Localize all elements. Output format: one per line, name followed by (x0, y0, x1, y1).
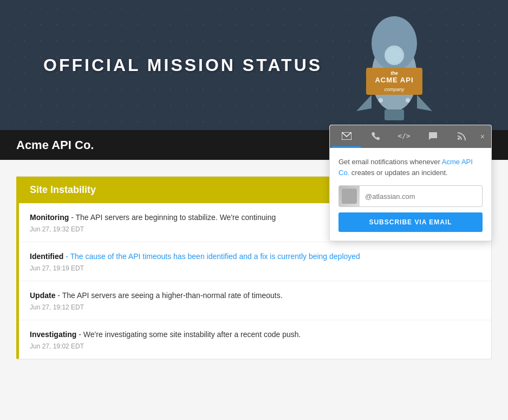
timestamp-update: Jun 27, 19:12 EDT (30, 303, 480, 311)
svg-marker-7 (417, 95, 432, 111)
svg-point-11 (379, 98, 383, 102)
incident-entry-text-identified: Identified - The cause of the API timeou… (30, 251, 480, 262)
tab-slack[interactable] (418, 125, 447, 148)
hero-banner: OFFICIAL MISSION STATUS the ACME API com… (0, 0, 508, 130)
entry-text-investigating: - We're investigating some site instabil… (76, 330, 301, 339)
svg-marker-6 (356, 95, 372, 111)
incident-title: Site Instability (30, 184, 96, 195)
incident-entry-text-update: Update - The API servers are seeing a hi… (30, 290, 480, 301)
tab-rss[interactable] (447, 125, 476, 148)
tab-phone[interactable] (361, 125, 389, 148)
email-input-row (338, 185, 483, 207)
avatar-image (342, 189, 357, 204)
status-monitoring: Monitoring (30, 213, 69, 222)
svg-text:the: the (390, 70, 398, 76)
popup-description: Get email notifications whenever Acme AP… (338, 157, 483, 178)
svg-text:ACME API: ACME API (375, 76, 413, 84)
subscribe-popup: </> × Get email notifications whene (329, 125, 492, 241)
status-identified: Identified (30, 252, 63, 261)
navbar-wrapper: Acme API Co. SUBSCRIBE TO UPDATES </> (0, 130, 508, 160)
incident-entry-identified: Identified - The cause of the API timeou… (19, 242, 491, 281)
svg-point-12 (406, 98, 410, 102)
tab-email[interactable] (332, 125, 361, 148)
svg-point-10 (387, 48, 402, 63)
popup-body: Get email notifications whenever Acme AP… (330, 148, 491, 241)
email-input[interactable] (360, 188, 482, 205)
entry-text-monitoring: - The API servers are beginning to stabi… (69, 213, 276, 222)
identified-link[interactable]: - The cause of the API timeouts has been… (63, 252, 360, 261)
svg-rect-8 (385, 109, 404, 120)
status-investigating: Investigating (30, 330, 76, 339)
incident-entry-update: Update - The API servers are seeing a hi… (19, 281, 491, 320)
status-update: Update (30, 291, 55, 300)
popup-tabs: </> × (330, 125, 491, 148)
tab-webhook[interactable]: </> (389, 125, 418, 148)
email-avatar (339, 186, 360, 206)
popup-company-link[interactable]: Acme API Co. (338, 158, 473, 177)
popup-close-button[interactable]: × (476, 125, 489, 148)
timestamp-investigating: Jun 27, 19:02 EDT (30, 343, 480, 350)
timestamp-identified: Jun 27, 19:19 EDT (30, 264, 480, 272)
svg-text:company: company (385, 87, 405, 92)
svg-point-14 (458, 138, 460, 140)
navbar-brand: Acme API Co. (16, 138, 94, 152)
hero-title: OFFICIAL MISSION STATUS (43, 55, 322, 75)
incident-entry-investigating: Investigating - We're investigating some… (19, 320, 491, 359)
rocket-illustration: the ACME API company (346, 11, 443, 119)
incident-entry-text-investigating: Investigating - We're investigating some… (30, 329, 480, 340)
subscribe-via-email-button[interactable]: SUBSCRIBE VIA EMAIL (338, 212, 483, 232)
entry-text-update: - The API servers are seeing a higher-th… (55, 291, 282, 300)
